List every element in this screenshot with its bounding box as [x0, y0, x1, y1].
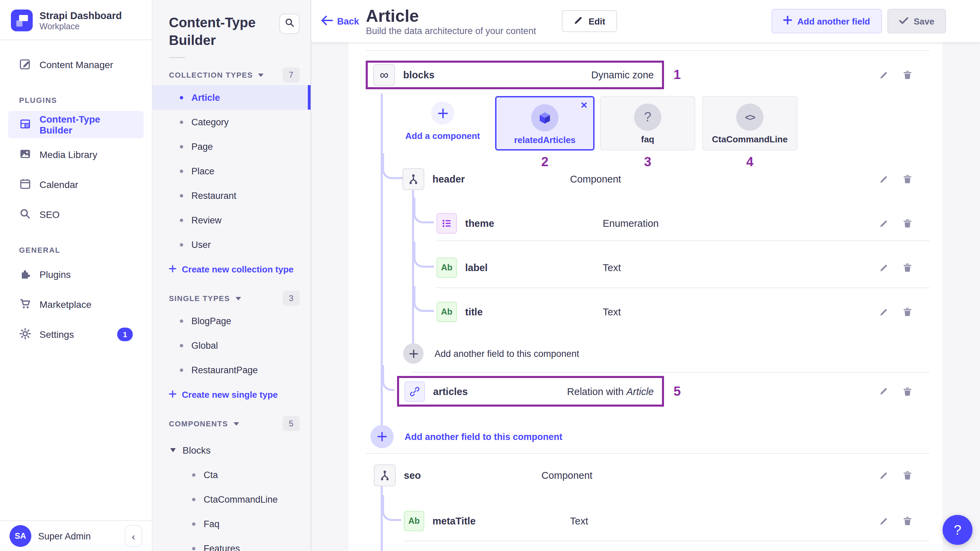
builder-sidebar: Content-Type Builder COLLECTION TYPES 7 …: [153, 0, 311, 551]
field-name: theme: [465, 218, 603, 229]
workspace-switcher[interactable]: Strapi Dashboard Workplace: [0, 0, 152, 40]
delete-field-button[interactable]: [903, 263, 912, 272]
add-field-to-component-button[interactable]: Add another field to this component: [366, 424, 930, 449]
delete-field-button[interactable]: [903, 307, 912, 317]
components-label[interactable]: COMPONENTS: [169, 420, 228, 428]
nav-item-global[interactable]: Global: [153, 333, 310, 358]
delete-field-button[interactable]: [903, 471, 912, 480]
field-row-blocks[interactable]: ∞ blocks Dynamic zone 1: [366, 61, 930, 89]
nav-item-user[interactable]: User: [153, 232, 310, 257]
field-row-articles[interactable]: articles Relation with Article 5: [366, 376, 930, 407]
field-row-theme[interactable]: theme Enumeration: [366, 209, 930, 238]
edit-field-button[interactable]: [879, 471, 888, 480]
edit-field-button[interactable]: [879, 174, 888, 184]
question-icon: ?: [634, 104, 661, 131]
component-card-relatedarticles[interactable]: ✕ relatedArticles: [495, 96, 595, 151]
sidebar-item-marketplace[interactable]: Marketplace: [8, 291, 144, 318]
save-button[interactable]: Save: [887, 9, 946, 33]
sidebar-item-media-library[interactable]: Media Library: [8, 141, 144, 168]
nav-item-label: Review: [191, 215, 222, 225]
nav-item-place[interactable]: Place: [153, 159, 310, 183]
field-row-label[interactable]: Ab label Text: [366, 253, 930, 283]
edit-button[interactable]: Edit: [562, 10, 617, 32]
check-icon: [899, 16, 908, 26]
delete-field-button[interactable]: [903, 387, 912, 396]
close-icon[interactable]: ✕: [580, 100, 588, 110]
page-subtitle: Build the data architecture of your cont…: [366, 25, 536, 36]
add-another-field-button[interactable]: Add another field: [771, 9, 881, 33]
nav-item-ctacommandline[interactable]: CtaCommandLine: [153, 487, 310, 511]
plus-icon: [169, 389, 177, 400]
nav-item-cta[interactable]: Cta: [153, 462, 310, 487]
field-row-metatitle[interactable]: Ab metaTitle Text: [366, 506, 930, 536]
workspace-subtitle: Workplace: [40, 21, 122, 31]
nav-item-page[interactable]: Page: [153, 134, 310, 159]
create-single-type-link[interactable]: Create new single type: [153, 382, 310, 407]
sidebar-item-calendar[interactable]: Calendar: [8, 171, 144, 198]
nav-item-review[interactable]: Review: [153, 208, 310, 232]
delete-field-button[interactable]: [903, 516, 912, 526]
search-button[interactable]: [279, 14, 300, 34]
sidebar-item-content-manager[interactable]: Content Manager: [8, 51, 144, 78]
sidebar-item-label: Content-Type Builder: [40, 114, 133, 135]
main-area: Back Article Build the data architecture…: [311, 0, 980, 551]
edit-field-button[interactable]: [879, 70, 888, 80]
nav-item-label: User: [191, 239, 211, 250]
nav-item-blogpage[interactable]: BlogPage: [153, 309, 310, 333]
relation-target: Article: [626, 386, 654, 397]
strapi-logo-icon: [11, 10, 33, 31]
sidebar-item-content-type-builder[interactable]: Content-Type Builder: [8, 111, 144, 138]
relation-icon: [404, 381, 425, 401]
delete-field-button[interactable]: [903, 219, 912, 228]
field-name: header: [433, 174, 570, 185]
help-button[interactable]: ?: [943, 515, 972, 545]
field-row-seo[interactable]: seo Component: [366, 460, 930, 490]
sidebar-item-label: Plugins: [40, 269, 71, 280]
single-types-label[interactable]: SINGLE TYPES: [169, 294, 230, 303]
component-card-ctacommandline[interactable]: <> CtaCommandLine: [702, 96, 797, 151]
field-name: blocks: [403, 70, 434, 80]
collection-types-label[interactable]: COLLECTION TYPES: [169, 71, 253, 79]
delete-field-button[interactable]: [903, 70, 912, 80]
create-collection-type-link[interactable]: Create new collection type: [153, 257, 310, 281]
sidebar-item-label: Marketplace: [40, 299, 92, 310]
sidebar-item-plugins[interactable]: Plugins: [8, 261, 144, 288]
builder-title: Content-Type Builder: [169, 14, 258, 49]
component-card-faq[interactable]: ? faq: [600, 96, 695, 151]
delete-field-button[interactable]: [903, 174, 912, 184]
general-section-label: GENERAL: [0, 246, 152, 254]
field-type: Dynamic zone: [591, 70, 654, 80]
edit-field-button[interactable]: [879, 387, 888, 396]
plus-icon: [403, 343, 423, 364]
add-field-to-component-button[interactable]: Add another field to this component: [366, 341, 930, 366]
nav-item-restaurant[interactable]: Restaurant: [153, 183, 310, 208]
nav-item-features[interactable]: Features: [153, 536, 310, 551]
fields-table: ∞ blocks Dynamic zone 1: [366, 50, 930, 551]
edit-field-button[interactable]: [879, 516, 888, 526]
collapse-sidebar-button[interactable]: ‹: [125, 525, 142, 547]
component-icon: [402, 168, 424, 190]
add-component-button[interactable]: Add a component: [402, 102, 484, 141]
plugins-section-label: PLUGINS: [0, 96, 152, 104]
nav-item-label: CtaCommandLine: [204, 494, 278, 504]
field-row-header[interactable]: header Component: [366, 164, 930, 194]
edit-field-button[interactable]: [879, 307, 888, 317]
field-name: metaTitle: [433, 516, 570, 527]
bullet-icon: [180, 169, 183, 173]
nav-item-article[interactable]: Article: [153, 85, 310, 110]
nav-item-category[interactable]: Category: [153, 110, 310, 134]
nav-item-restaurantpage[interactable]: RestaurantPage: [153, 358, 310, 382]
bullet-icon: [180, 218, 183, 222]
sidebar-item-label: Media Library: [40, 149, 97, 160]
field-row-title[interactable]: Ab title Text: [366, 297, 930, 327]
avatar[interactable]: SA: [10, 525, 31, 547]
sidebar-item-settings[interactable]: Settings 1: [8, 321, 144, 348]
back-link[interactable]: Back: [321, 15, 359, 27]
cube-icon: [531, 104, 558, 131]
edit-field-button[interactable]: [879, 219, 888, 228]
nav-item-faq[interactable]: Faq: [153, 511, 310, 536]
edit-field-button[interactable]: [879, 263, 888, 272]
sidebar-item-seo[interactable]: SEO: [8, 201, 144, 228]
cart-icon: [19, 297, 31, 312]
component-group-blocks[interactable]: Blocks: [153, 438, 310, 462]
